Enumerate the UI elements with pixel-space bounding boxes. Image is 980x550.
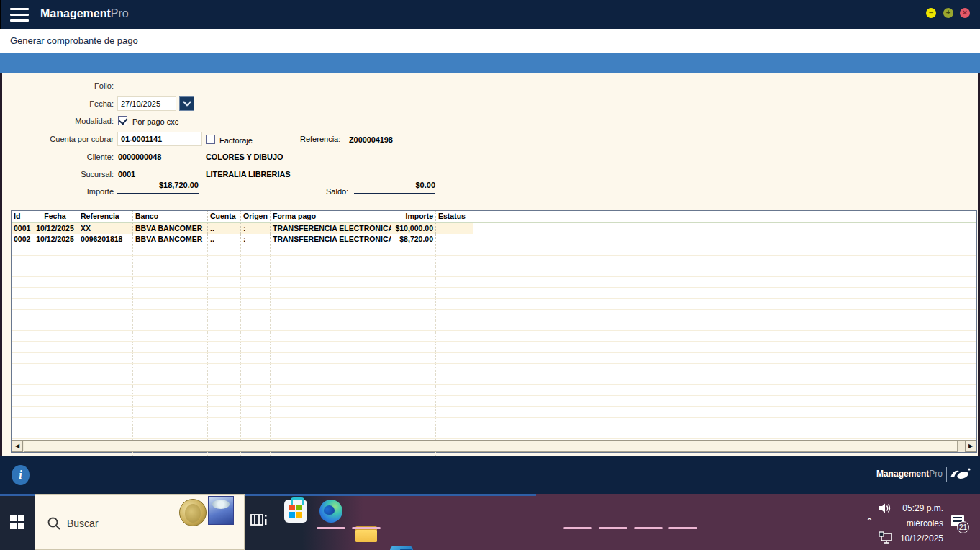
search-icon [47, 516, 61, 531]
cell-cuenta: .. [208, 223, 241, 234]
saldo-label: Saldo: [326, 186, 348, 197]
microsoft-edge-icon[interactable] [319, 500, 342, 523]
network-icon[interactable] [879, 531, 893, 544]
volume-icon[interactable] [878, 502, 892, 514]
info-icon[interactable]: i [12, 465, 30, 485]
col-header-cuenta[interactable]: Cuenta [208, 211, 241, 222]
col-header-origen[interactable]: Origen [241, 211, 271, 222]
footer-brand: ManagementPro [876, 469, 943, 479]
payments-table: Id Fecha Referencia Banco Cuenta Origen … [11, 210, 977, 453]
page-title: Generar comprobante de pago [10, 35, 138, 46]
table-header: Id Fecha Referencia Banco Cuenta Origen … [12, 211, 976, 223]
cell-importe: $8,720.00 [391, 234, 436, 245]
saldo-value: $0.00 [354, 179, 435, 194]
maximize-button[interactable]: + [943, 8, 953, 18]
titlebar: ManagementPro – + × [0, 0, 980, 29]
table-empty-row [12, 310, 976, 320]
cell-forma-pago: TRANSFERENCIA ELECTRONICA [271, 234, 391, 245]
col-header-filler [473, 211, 976, 222]
table-empty-row [12, 299, 976, 310]
managementpro-window: ManagementPro – + × Generar comprobante … [0, 0, 980, 550]
cuenta-por-cobrar-input[interactable]: 01-0001141 [117, 132, 202, 146]
col-header-fecha[interactable]: Fecha [32, 211, 78, 222]
outlook-icon[interactable] [390, 546, 413, 550]
cell-origen: : [241, 223, 271, 234]
sucursal-code: 0001 [118, 169, 135, 179]
table-empty-row [12, 288, 976, 299]
table-empty-row [12, 385, 976, 396]
fecha-dropdown-button[interactable] [179, 96, 194, 111]
folio-label: Folio: [2, 81, 114, 91]
minimize-button[interactable]: – [926, 8, 936, 18]
table-empty-row [12, 407, 976, 418]
tray-time[interactable]: 05:29 p.m. [896, 503, 943, 513]
hamburger-menu-icon[interactable] [10, 8, 29, 22]
taskbar: Buscar M365 o 2 X M [0, 494, 980, 550]
notification-badge: 21 [957, 521, 969, 533]
fecha-input[interactable]: 27/10/2025 [117, 96, 176, 111]
running-indicator-edge [317, 527, 345, 529]
table-row[interactable]: 0002 10/12/2025 0096201818 BBVA BANCOMER… [12, 234, 976, 245]
start-button[interactable] [10, 515, 25, 530]
table-empty-row [12, 320, 976, 331]
cliente-label: Cliente: [2, 152, 114, 162]
app-logo: ManagementPro [40, 7, 129, 20]
cell-cuenta: .. [208, 234, 241, 245]
por-pago-cxc-label: Por pago cxc [132, 117, 178, 127]
table-empty-row [12, 364, 976, 374]
fecha-label: Fecha: [2, 99, 114, 109]
col-header-estatus[interactable]: Estatus [436, 211, 473, 222]
scroll-left-arrow[interactable]: ◀ [12, 441, 23, 452]
cliente-code: 0000000048 [118, 152, 161, 162]
tray-expand-chevron-icon[interactable]: ⌃ [866, 516, 874, 527]
col-header-banco[interactable]: Banco [133, 211, 208, 222]
col-header-id[interactable]: Id [12, 211, 32, 222]
table-empty-row [12, 256, 976, 266]
cell-origen: : [241, 234, 271, 245]
table-empty-row [12, 374, 976, 385]
col-header-importe[interactable]: Importe [391, 211, 436, 222]
app-logo-bold: Management [40, 7, 111, 19]
file-explorer-icon[interactable] [355, 523, 378, 546]
tray-day[interactable]: miércoles [896, 518, 943, 528]
modalidad-label: Modalidad: [2, 116, 114, 126]
search-highlight-medal-image[interactable] [179, 499, 207, 526]
app-logo-light: Pro [111, 7, 129, 19]
col-header-forma-pago[interactable]: Forma pago [271, 211, 391, 222]
accent-bar [0, 53, 980, 73]
table-row[interactable]: 0001 10/12/2025 XX BBVA BANCOMER .. : TR… [12, 223, 976, 234]
sucursal-label: Sucursal: [2, 169, 114, 179]
cell-filler [473, 234, 976, 245]
toolbar: Generar comprobante de pago ★ ? × [0, 29, 980, 53]
cell-referencia: XX [78, 223, 133, 234]
scroll-right-arrow[interactable]: ▶ [965, 441, 976, 452]
factoraje-checkbox[interactable] [206, 135, 215, 144]
col-header-referencia[interactable]: Referencia [78, 211, 133, 222]
scrollbar-thumb[interactable] [24, 441, 958, 452]
por-pago-cxc-checkbox[interactable] [118, 116, 127, 125]
running-indicator-explorer [352, 527, 381, 529]
chevron-down-icon [183, 101, 191, 107]
horizontal-scrollbar[interactable]: ◀ ▶ [12, 440, 976, 452]
table-empty-row [12, 396, 976, 407]
search-box[interactable]: Buscar [35, 494, 245, 550]
microsoft-store-icon[interactable] [284, 500, 307, 523]
search-highlight-box-image[interactable] [208, 496, 234, 525]
tray-date[interactable]: 10/12/2025 [896, 533, 943, 544]
footer-brand-light: Pro [929, 469, 943, 479]
close-window-button[interactable]: × [960, 8, 970, 18]
cell-id: 0002 [12, 234, 32, 245]
running-indicator-whatsapp [563, 527, 592, 529]
cell-filler [473, 223, 976, 234]
cliente-name: COLORES Y DIBUJO [206, 152, 283, 162]
footer-brand-bold: Management [876, 469, 929, 479]
importe-value: $18,720.00 [117, 179, 199, 194]
cell-banco: BBVA BANCOMER [133, 223, 208, 234]
sucursal-name: LITERALIA LIBRERIAS [206, 169, 290, 179]
running-indicator-excel [634, 527, 663, 529]
cell-estatus [436, 223, 473, 234]
task-view-icon[interactable] [250, 512, 269, 528]
table-empty-row [12, 353, 976, 364]
cuenta-por-cobrar-label: Cuenta por cobrar [2, 134, 114, 144]
factoraje-label: Factoraje [219, 135, 253, 145]
